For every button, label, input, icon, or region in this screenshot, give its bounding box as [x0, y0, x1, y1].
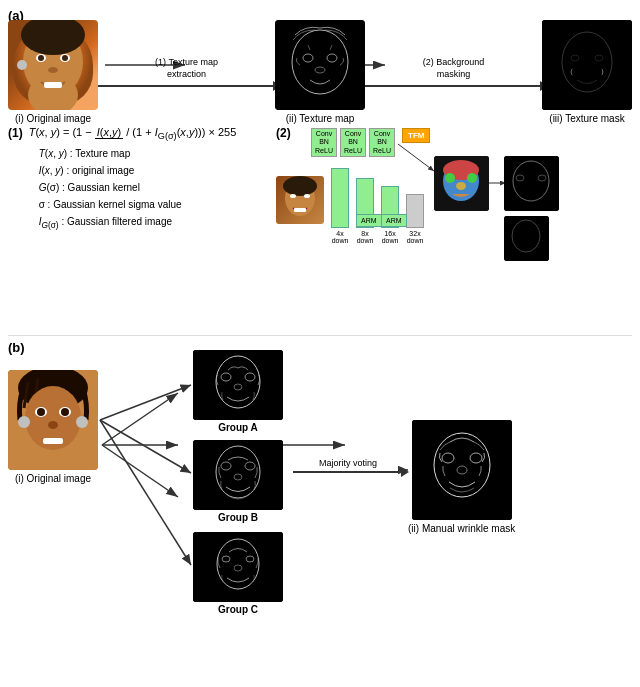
svg-point-60 [76, 416, 88, 428]
formula-num: (1) [8, 126, 23, 140]
network-section: (2) ConvBNReLU ConvBNReLU ConvBNReLU TFM [276, 126, 632, 336]
conv-block-1: ConvBNReLU [311, 128, 337, 157]
section-divider [8, 335, 632, 336]
svg-point-37 [445, 173, 455, 183]
main-container: (a) [0, 0, 640, 687]
svg-point-57 [48, 421, 58, 429]
texture-mask-caption: (iii) Texture mask [549, 113, 624, 124]
svg-rect-66 [193, 440, 283, 510]
16x-down-label: 16xdown [382, 230, 399, 244]
svg-point-31 [290, 194, 296, 198]
group-a-block: Group A [193, 350, 283, 433]
svg-rect-47 [504, 216, 549, 261]
dark-result [504, 156, 559, 211]
group-c-image [193, 532, 283, 602]
top-row: (i) Original image (1) Texture mapextrac… [8, 22, 632, 122]
svg-rect-25 [542, 20, 632, 110]
b-section-arrows [8, 340, 632, 679]
texture-mask-block: (iii) Texture mask [542, 20, 632, 124]
group-b-caption: Group B [218, 512, 258, 523]
b-original-image [8, 370, 98, 470]
formula-section: (1) T(x, y) = (1 − I(x,y) / (1 + IG(σ)(x… [8, 126, 268, 232]
dark-result-2 [504, 216, 549, 261]
svg-rect-71 [193, 532, 283, 602]
group-a-image [193, 350, 283, 420]
conv-box-3: ConvBNReLU [369, 128, 395, 157]
svg-point-32 [304, 194, 310, 198]
svg-point-30 [283, 176, 317, 196]
texture-mask-image [542, 20, 632, 110]
formula-equation: T(x, y) = (1 − I(x,y) / (1 + IG(σ)(x,y))… [29, 126, 237, 141]
section-b-label: (b) [8, 340, 25, 355]
arm-label-2: ARM [381, 214, 407, 227]
svg-rect-76 [412, 420, 512, 520]
original-image-caption: (i) Original image [15, 113, 91, 124]
arrow-block-1: (1) Texture mapextraction [98, 57, 275, 86]
group-c-block: Group C [193, 532, 283, 615]
result-mask-image [412, 420, 512, 520]
svg-line-84 [100, 420, 191, 565]
svg-rect-61 [193, 350, 283, 420]
pyramid-32x: 32xdown [406, 194, 424, 244]
network-face-input [276, 176, 324, 224]
texture-map-image [275, 20, 365, 110]
b-original-caption: (i) Original image [15, 473, 91, 484]
result-mask-block: (ii) Manual wrinkle mask [408, 420, 515, 534]
svg-point-59 [18, 416, 30, 428]
b-original-image-block: (i) Original image [8, 370, 98, 484]
svg-rect-43 [504, 156, 559, 211]
svg-line-82 [100, 385, 191, 420]
4x-down-label: 4xdown [332, 230, 349, 244]
texture-map-block: (ii) Texture map [275, 20, 365, 124]
majority-voting-block: Majority voting [293, 458, 403, 473]
svg-line-83 [100, 420, 191, 473]
step2-label: (2) Backgroundmasking [423, 57, 485, 80]
original-image-block: (i) Original image [8, 20, 98, 124]
group-b-image [193, 440, 283, 510]
svg-point-39 [456, 182, 466, 190]
tfm-block: TFM [402, 128, 430, 157]
formula-content: T(x, y) = (1 − I(x,y) / (1 + IG(σ)(x,y))… [29, 126, 237, 232]
group-a-caption: Group A [218, 422, 258, 433]
tfm-box: TFM [402, 128, 430, 143]
pyramid-4x: 4xdown [331, 168, 349, 244]
conv-blocks-row: ConvBNReLU ConvBNReLU ConvBNReLU TFM [311, 128, 430, 157]
svg-point-14 [62, 55, 68, 61]
svg-point-17 [17, 60, 27, 70]
32x-down-label: 32xdown [407, 230, 424, 244]
svg-point-13 [38, 55, 44, 61]
conv-box-1: ConvBNReLU [311, 128, 337, 157]
arm-box-2: ARM [381, 214, 407, 227]
arrow-block-2: (2) Backgroundmasking [365, 57, 542, 86]
section-a: (a) [8, 8, 632, 338]
formula-variables: T(x, y) : Texture map I(x, y) : original… [39, 145, 237, 232]
section-b: (b) [8, 340, 632, 679]
8x-down-label: 8xdown [357, 230, 374, 244]
group-b-block: Group B [193, 440, 283, 523]
arm-label-1: ARM [356, 214, 382, 227]
original-image [8, 20, 98, 110]
conv-block-2: ConvBNReLU [340, 128, 366, 157]
group-c-caption: Group C [218, 604, 258, 615]
svg-point-38 [467, 173, 477, 183]
svg-point-56 [61, 408, 69, 416]
segmentation-result [434, 156, 489, 211]
pyramid-8x: 8xdown [356, 178, 374, 244]
conv-box-2: ConvBNReLU [340, 128, 366, 157]
svg-rect-16 [44, 82, 62, 88]
svg-rect-33 [294, 208, 306, 212]
svg-point-15 [48, 67, 58, 73]
svg-rect-58 [43, 438, 63, 444]
conv-block-3: ConvBNReLU [369, 128, 395, 157]
svg-rect-18 [275, 20, 365, 110]
texture-map-caption: (ii) Texture map [286, 113, 355, 124]
arm-box-1: ARM [356, 214, 382, 227]
majority-voting-label: Majority voting [293, 458, 403, 468]
result-mask-caption: (ii) Manual wrinkle mask [408, 523, 515, 534]
svg-point-55 [37, 408, 45, 416]
step1-label: (1) Texture mapextraction [155, 57, 218, 80]
network-num: (2) [276, 126, 291, 140]
